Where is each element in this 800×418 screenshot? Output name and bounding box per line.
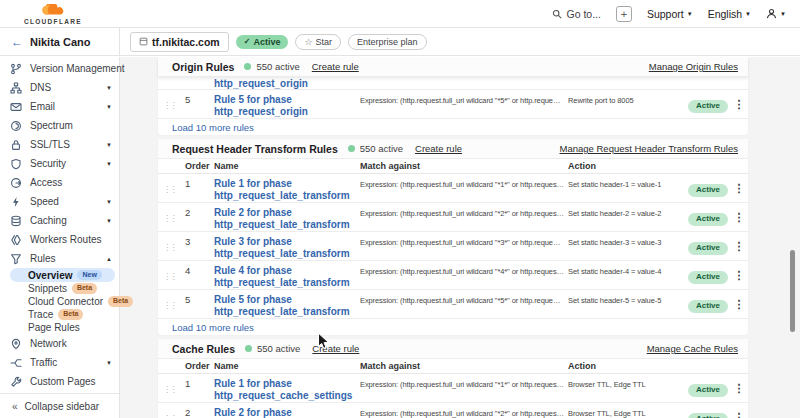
create-rule-link[interactable]: Create rule (312, 343, 359, 354)
chevron-down-icon: ▼ (687, 11, 693, 17)
star-icon: ☆ (304, 37, 312, 47)
create-rule-link[interactable]: Create rule (415, 143, 462, 154)
sidebar-item-label: Speed (30, 196, 59, 207)
rule-name-link[interactable]: Rule 3 for phasehttp_request_late_transf… (214, 236, 360, 260)
rule-menu-button[interactable]: ⋮ (730, 378, 748, 396)
sidebar-item-dns[interactable]: DNS▼ (0, 78, 119, 97)
sidebar-item-traffic[interactable]: Traffic▼ (0, 353, 119, 372)
rule-name-link[interactable]: Rule 2 for phasehttp_request_late_transf… (214, 207, 360, 231)
chevron-up-icon: ▲ (106, 256, 112, 262)
sidebar-item-label: Snippets (28, 283, 67, 294)
rule-name-link[interactable]: Rule 5 for phasehttp_request_origin (214, 94, 360, 118)
filter-funnel-icon (10, 253, 23, 265)
rule-menu-button[interactable]: ⋮ (730, 294, 748, 312)
table-row: ⋮⋮1Rule 1 for phasehttp_request_late_tra… (158, 174, 748, 203)
create-rule-link[interactable]: Create rule (312, 61, 359, 72)
active-count: 550 active (257, 343, 300, 354)
sidebar-item-overview[interactable]: OverviewNew (10, 268, 115, 282)
sidebar-item-speed[interactable]: Speed▼ (0, 192, 119, 211)
sidebar-item-snippets[interactable]: SnippetsBeta (0, 282, 119, 295)
add-site-button[interactable]: + (616, 6, 632, 22)
drag-handle-icon[interactable]: ⋮⋮ (158, 178, 176, 196)
sidebar-item-email[interactable]: Email▼ (0, 97, 119, 116)
rule-name-link[interactable]: http_request_origin (214, 77, 308, 89)
rule-name-line1: Rule 4 for phase (214, 265, 292, 276)
user-menu[interactable]: ▼ (766, 8, 786, 19)
kebab-icon: ⋮ (734, 382, 745, 394)
collapse-label: Collapse sidebar (25, 401, 100, 412)
rule-name-link[interactable]: Rule 1 for phasehttp_request_cache_setti… (214, 378, 360, 402)
sidebar-item-label: Rules (30, 253, 56, 264)
sidebar-item-trace[interactable]: TraceBeta (0, 308, 119, 321)
drag-handle-icon[interactable]: ⋮⋮ (158, 265, 176, 283)
rule-name-link[interactable]: Rule 4 for phasehttp_request_late_transf… (214, 265, 360, 289)
manage-rules-link[interactable]: Manage Cache Rules (647, 343, 738, 354)
search-label: Go to... (566, 8, 600, 20)
sidebar-item-security[interactable]: Security▼ (0, 154, 119, 173)
manage-rules-link[interactable]: Manage Origin Rules (649, 61, 738, 72)
column-match-against: Match against (360, 161, 568, 171)
sidebar-item-custom-pages[interactable]: Custom Pages (0, 372, 119, 391)
drag-handle-icon[interactable]: ⋮⋮ (158, 236, 176, 254)
sidebar-item-cloud-connector[interactable]: Cloud ConnectorBeta (0, 295, 119, 308)
rule-menu-button[interactable]: ⋮ (730, 94, 748, 112)
global-search[interactable]: Go to... (552, 8, 600, 20)
rule-menu-button[interactable]: ⋮ (730, 265, 748, 283)
rule-menu-button[interactable]: ⋮ (730, 236, 748, 254)
rule-expression: Expression: (http.request.full_uri wildc… (360, 207, 568, 218)
domain-selector[interactable]: tf.nikitac.com (130, 32, 229, 52)
rule-name-link[interactable]: Rule 5 for phasehttp_request_late_transf… (214, 294, 360, 318)
sidebar-item-label: Network (30, 338, 67, 349)
collapse-sidebar-button[interactable]: « Collapse sidebar (0, 393, 119, 418)
rule-name-line2: http_request_late_transform (214, 219, 350, 230)
rule-action: Set static header-5 = value-5 (568, 294, 680, 305)
table-row: ⋮⋮4Rule 4 for phasehttp_request_late_tra… (158, 261, 748, 290)
sidebar-item-spectrum[interactable]: Spectrum (0, 116, 119, 135)
sidebar-item-ssl-tls[interactable]: SSL/TLS▼ (0, 135, 119, 154)
cloudflare-logo[interactable]: CLOUDFLARE (24, 2, 82, 26)
account-name: Nikita Cano (30, 36, 91, 48)
sidebar-item-version-management[interactable]: Version Management (0, 59, 119, 78)
drag-handle-icon[interactable]: ⋮⋮ (158, 207, 176, 225)
language-menu[interactable]: English ▼ (708, 8, 751, 20)
star-button[interactable]: ☆ Star (295, 34, 341, 50)
drag-handle-icon[interactable]: ⋮⋮ (158, 378, 176, 396)
drag-handle-icon[interactable]: ⋮⋮ (158, 294, 176, 312)
sidebar-item-page-rules[interactable]: Page Rules (0, 321, 119, 334)
sidebar-item-caching[interactable]: Caching▼ (0, 211, 119, 230)
sidebar-item-label: Trace (28, 309, 53, 320)
active-badge: Active (688, 413, 728, 418)
rule-status-cell: Active (680, 407, 730, 418)
rule-name-link[interactable]: Rule 2 for phasehttp_request_cache_setti… (214, 407, 360, 418)
sidebar-item-label: SSL/TLS (30, 139, 70, 150)
manage-rules-link[interactable]: Manage Request Header Transform Rules (560, 143, 738, 154)
active-badge: Active (688, 100, 728, 113)
chevron-down-icon: ▼ (106, 142, 112, 148)
column-order: Order (176, 161, 214, 171)
drag-handle-icon[interactable]: ⋮⋮ (158, 94, 176, 112)
back-arrow-icon[interactable]: ← (11, 35, 23, 49)
active-status-dot (348, 145, 355, 152)
sidebar-item-network[interactable]: Network (0, 334, 119, 353)
chevron-down-icon: ▼ (106, 360, 112, 366)
lock-icon (10, 139, 23, 151)
column-match-against: Match against (360, 361, 568, 371)
rule-menu-button[interactable]: ⋮ (730, 407, 748, 418)
rule-name-line2: http_request_late_transform (214, 277, 350, 288)
rule-name-line1: Rule 1 for phase (214, 178, 292, 189)
rule-menu-button[interactable]: ⋮ (730, 178, 748, 196)
rules-sections: Origin Rules550 activeCreate ruleManage … (158, 57, 748, 418)
sidebar-item-workers-routes[interactable]: Workers Routes (0, 230, 119, 249)
rule-expression: Expression: (http.request.full_uri wildc… (360, 94, 568, 105)
sidebar-item-rules[interactable]: Rules▲ (0, 249, 119, 268)
sidebar-item-access[interactable]: Access (0, 173, 119, 192)
support-menu[interactable]: Support ▼ (647, 8, 693, 20)
rule-name-line2: http_request_late_transform (214, 190, 350, 201)
rule-name-line2: http_request_cache_settings (214, 390, 352, 401)
load-more-rules-link[interactable]: Load 10 more rules (158, 319, 748, 335)
scrollbar-thumb[interactable] (790, 250, 795, 332)
load-more-rules-link[interactable]: Load 10 more rules (158, 119, 748, 135)
rule-menu-button[interactable]: ⋮ (730, 207, 748, 225)
drag-handle-icon[interactable]: ⋮⋮ (158, 407, 176, 418)
rule-name-link[interactable]: Rule 1 for phasehttp_request_late_transf… (214, 178, 360, 202)
